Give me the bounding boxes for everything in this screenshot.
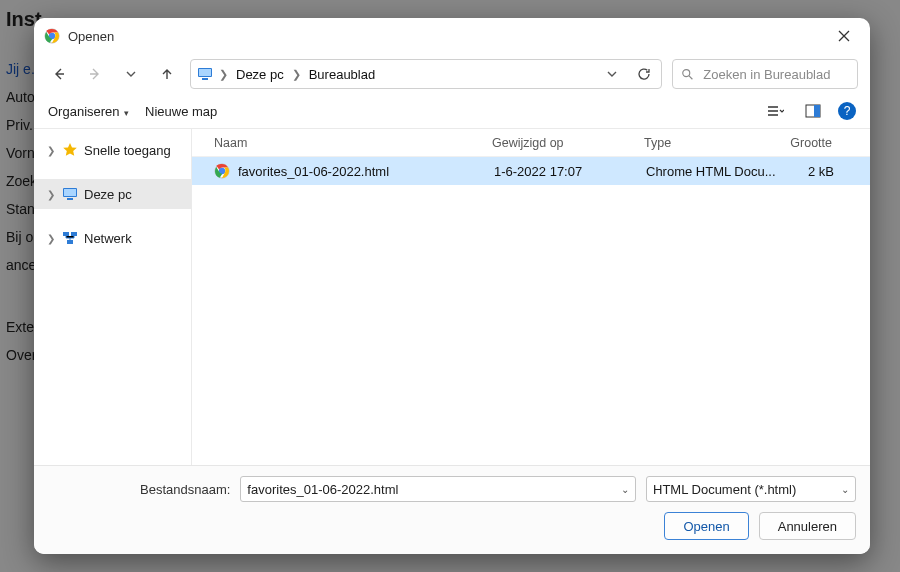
chevron-right-icon: ❯: [219, 68, 228, 81]
open-button-label: Openen: [683, 519, 729, 534]
chevron-down-icon: ⌄: [621, 484, 629, 495]
search-icon: [681, 67, 693, 81]
chevron-down-icon: ▾: [122, 108, 130, 118]
column-headers: Naam Gewijzigd op Type Grootte: [192, 129, 870, 157]
column-modified[interactable]: Gewijzigd op: [492, 136, 644, 150]
open-button[interactable]: Openen: [664, 512, 748, 540]
svg-rect-7: [814, 105, 820, 117]
svg-rect-4: [202, 78, 208, 80]
close-button[interactable]: [828, 23, 860, 49]
tree-network[interactable]: ❯ Netwerk: [34, 223, 191, 253]
file-size: 2 kB: [784, 164, 844, 179]
column-name[interactable]: Naam: [214, 136, 492, 150]
cancel-button[interactable]: Annuleren: [759, 512, 856, 540]
tree-label: Deze pc: [84, 187, 132, 202]
search-input[interactable]: [701, 66, 849, 83]
svg-rect-9: [64, 189, 76, 196]
arrow-up-icon: [160, 67, 174, 81]
chevron-right-icon: ❯: [46, 189, 56, 200]
chrome-file-icon: [214, 163, 230, 179]
breadcrumb-folder[interactable]: Bureaublad: [307, 67, 378, 82]
breadcrumb-bar[interactable]: ❯ Deze pc ❯ Bureaublad: [190, 59, 662, 89]
this-pc-icon: [62, 186, 78, 202]
nav-back-button[interactable]: [46, 61, 72, 87]
breadcrumb-root[interactable]: Deze pc: [234, 67, 286, 82]
chevron-right-icon: ❯: [46, 233, 56, 244]
nav-tree: ❯ Snelle toegang ❯ Deze pc ❯ Ne: [34, 129, 192, 465]
tree-quick-access[interactable]: ❯ Snelle toegang: [34, 135, 191, 165]
refresh-icon: [637, 67, 651, 81]
view-menu[interactable]: [762, 98, 788, 124]
help-icon: ?: [844, 104, 851, 118]
refresh-button[interactable]: [633, 63, 655, 85]
svg-rect-10: [67, 198, 73, 200]
chevron-right-icon: ❯: [46, 145, 56, 156]
cancel-button-label: Annuleren: [778, 519, 837, 534]
filetype-combo[interactable]: HTML Document (*.html) ⌄: [646, 476, 856, 502]
nav-up-button[interactable]: [154, 61, 180, 87]
svg-point-5: [683, 70, 690, 77]
arrow-right-icon: [88, 67, 102, 81]
this-pc-icon: [197, 66, 213, 82]
nav-recent-button[interactable]: [118, 61, 144, 87]
nav-row: ❯ Deze pc ❯ Bureaublad: [34, 54, 870, 94]
view-list-icon: [766, 104, 784, 118]
nav-forward-button[interactable]: [82, 61, 108, 87]
star-icon: [62, 142, 78, 158]
organize-label: Organiseren: [48, 104, 120, 119]
chevron-down-icon: ⌄: [841, 484, 849, 495]
column-size[interactable]: Grootte: [782, 136, 842, 150]
svg-rect-11: [63, 232, 69, 236]
filetype-value: HTML Document (*.html): [653, 482, 841, 497]
svg-rect-12: [71, 232, 77, 236]
file-list: Naam Gewijzigd op Type Grootte favorites…: [192, 129, 870, 465]
file-modified: 1-6-2022 17:07: [494, 164, 646, 179]
preview-pane-icon: [805, 104, 821, 118]
filename-row: Bestandsnaam: favorites_01-06-2022.html …: [48, 476, 856, 502]
tree-this-pc[interactable]: ❯ Deze pc: [34, 179, 191, 209]
network-icon: [62, 230, 78, 246]
chevron-down-icon: [607, 69, 617, 79]
svg-rect-13: [67, 240, 73, 244]
chevron-down-icon: [126, 69, 136, 79]
tree-label: Netwerk: [84, 231, 132, 246]
file-open-dialog: Openen ❯ Deze pc ❯ Bureaublad: [34, 18, 870, 554]
search-box[interactable]: [672, 59, 858, 89]
filename-value: favorites_01-06-2022.html: [247, 482, 621, 497]
new-folder-button[interactable]: Nieuwe map: [145, 104, 217, 119]
file-row[interactable]: favorites_01-06-2022.html 1-6-2022 17:07…: [192, 157, 870, 185]
column-type[interactable]: Type: [644, 136, 782, 150]
arrow-left-icon: [52, 67, 66, 81]
file-type: Chrome HTML Docu...: [646, 164, 784, 179]
dialog-body: ❯ Snelle toegang ❯ Deze pc ❯ Ne: [34, 128, 870, 465]
button-row: Openen Annuleren: [48, 512, 856, 540]
filename-combo[interactable]: favorites_01-06-2022.html ⌄: [240, 476, 636, 502]
chrome-icon: [44, 28, 60, 44]
preview-pane-button[interactable]: [800, 98, 826, 124]
dialog-footer: Bestandsnaam: favorites_01-06-2022.html …: [34, 465, 870, 554]
close-icon: [838, 30, 850, 42]
dialog-title: Openen: [68, 29, 828, 44]
organize-menu[interactable]: Organiseren ▾: [48, 104, 129, 119]
svg-rect-3: [199, 69, 211, 76]
chevron-right-icon: ❯: [292, 68, 301, 81]
breadcrumb-dropdown[interactable]: [601, 63, 623, 85]
help-button[interactable]: ?: [838, 102, 856, 120]
toolbar: Organiseren ▾ Nieuwe map ?: [34, 94, 870, 128]
file-name: favorites_01-06-2022.html: [238, 164, 494, 179]
titlebar: Openen: [34, 18, 870, 54]
column-name-label: Naam: [214, 136, 247, 150]
filename-label: Bestandsnaam:: [48, 482, 230, 497]
tree-label: Snelle toegang: [84, 143, 171, 158]
